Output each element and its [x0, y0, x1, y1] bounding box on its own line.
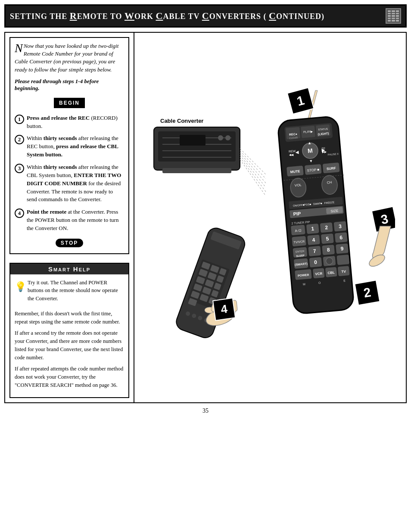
page-wrapper: Setting the Remote to Work Cable TV Conv…	[0, 0, 411, 532]
page-number: 35	[202, 408, 209, 414]
begin-container: BEGIN	[15, 95, 124, 111]
smart-help-first-row: 💡 Try it out. The Channel and POWER butt…	[15, 279, 124, 306]
page-footer: 35	[202, 408, 209, 414]
svg-text:PIP: PIP	[293, 211, 301, 216]
step-badge-4: 4	[213, 298, 235, 320]
svg-text:CBL: CBL	[327, 271, 335, 275]
svg-text:▼: ▼	[309, 159, 313, 163]
step-4-text: Point the remote at the Converter. Press…	[27, 208, 124, 233]
svg-text:SIZE: SIZE	[330, 209, 338, 214]
svg-text:REW: REW	[289, 149, 296, 153]
svg-rect-86	[336, 255, 349, 265]
svg-text:E: E	[343, 279, 346, 282]
smart-help-box: Smart Help 💡 Try it out. The Channel and…	[9, 263, 129, 398]
drop-cap: N	[15, 42, 23, 54]
svg-line-138	[240, 155, 266, 187]
svg-text:▲: ▲	[308, 140, 312, 145]
intro-text: N Now that you have looked up the two-di…	[15, 42, 124, 74]
svg-line-140	[240, 159, 266, 196]
svg-text:A-⊡: A-⊡	[295, 228, 302, 233]
step-3: 3 Within thirty seconds after releasing …	[15, 163, 124, 204]
svg-text:CH: CH	[327, 180, 332, 185]
read-steps-text: Please read through steps 1-4 before beg…	[15, 78, 124, 92]
step-2-text: Within thirty seconds after releasing th…	[27, 134, 124, 159]
step-2-circle: 2	[15, 135, 24, 144]
remote-control-group: REC● CLEAR PLAY▶ STATUS (LIGHT) REW ◀◀	[277, 116, 356, 314]
svg-text:VOL: VOL	[294, 183, 302, 187]
svg-text:▶▶: ▶▶	[322, 150, 327, 153]
intro-body: Now that you have looked up the two-digi…	[15, 43, 118, 73]
stop-container: STOP	[15, 237, 124, 249]
page-header: Setting the Remote to Work Cable TV Conv…	[4, 4, 407, 28]
step-4: 4 Point the remote at the Converter. Pre…	[15, 208, 124, 233]
step-badge-2: 2	[355, 280, 380, 305]
begin-badge: BEGIN	[54, 98, 85, 108]
step-1-circle: 1	[15, 115, 24, 124]
svg-text:M: M	[307, 147, 313, 154]
header-title: Setting the Remote to Work Cable TV Conv…	[10, 10, 324, 22]
svg-text:◀◀: ◀◀	[289, 153, 294, 156]
smart-help-p1: Try it out. The Channel and POWER button…	[28, 279, 124, 303]
smart-help-header: Smart Help	[10, 264, 128, 274]
svg-point-9	[225, 135, 230, 140]
svg-text:TV: TV	[341, 270, 346, 274]
step-2: 2 Within thirty seconds after releasing …	[15, 134, 124, 159]
svg-line-135	[240, 149, 266, 174]
smart-help-content: 💡 Try it out. The Channel and POWER butt…	[10, 274, 128, 397]
right-panel: Cable Converter 1	[134, 33, 406, 402]
step-1-text: Press and release the REC (RECORD) butto…	[27, 114, 124, 131]
step-4-circle: 4	[15, 208, 24, 218]
svg-rect-6	[162, 168, 231, 173]
svg-text:VCR: VCR	[315, 271, 323, 276]
cable-converter-label: Cable Converter	[160, 118, 203, 124]
step-badge-1: 1	[287, 88, 314, 114]
smart-help-p3: If after a second try the remote does no…	[15, 329, 124, 361]
lightbulb-icon: 💡	[15, 280, 25, 294]
svg-text:SURF: SURF	[327, 166, 336, 171]
step-1: 1 Press and release the REC (RECORD) but…	[15, 114, 124, 131]
svg-rect-7	[180, 135, 206, 146]
illustration-svg: Cable Converter 1	[145, 88, 395, 347]
main-content: N Now that you have looked up the two-di…	[4, 32, 407, 403]
smart-help-p2: Remember, if this doesn't work the first…	[15, 310, 124, 326]
left-panel: N Now that you have looked up the two-di…	[5, 33, 134, 402]
illustration-area: Cable Converter 1	[143, 93, 397, 342]
svg-line-137	[240, 153, 266, 183]
svg-text:◀: ◀	[296, 149, 299, 155]
smart-help-p4: If after repeated attempts the code numb…	[15, 365, 124, 389]
instructions-box: N Now that you have looked up the two-di…	[9, 37, 129, 254]
menu-icon	[386, 8, 401, 24]
svg-text:M: M	[303, 283, 306, 286]
svg-text:FF: FF	[321, 147, 325, 150]
hand-right-group	[367, 226, 391, 269]
step-3-text: Within thirty seconds after releasing th…	[27, 163, 124, 204]
stop-badge: STOP	[56, 239, 83, 247]
step-3-circle: 3	[15, 164, 24, 173]
svg-point-8	[218, 135, 223, 140]
